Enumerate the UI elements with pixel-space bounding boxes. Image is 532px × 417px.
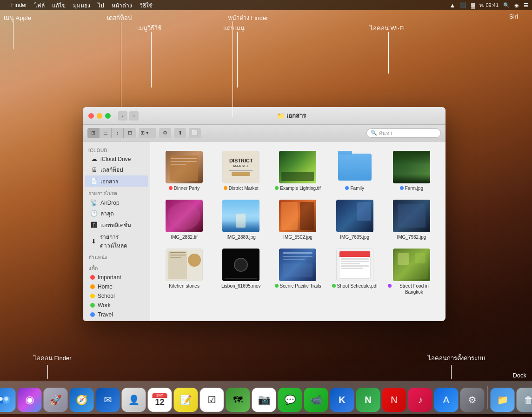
gear-icon[interactable]: ⚙ [159,128,171,138]
street-food-label: Street Food in Bangkok [393,283,435,295]
recents-icon: 🕐 [90,210,98,217]
dock-mail[interactable]: ✉ [96,388,120,412]
dock-safari[interactable]: 🧭 [70,388,94,412]
sidebar-tag-home[interactable]: Home [85,282,148,291]
work-label: Work [98,302,111,309]
tag-icon[interactable]: ⬜ [189,128,201,138]
notes-icon: 📝 [180,394,192,405]
documents-folder-icon: 📁 [497,394,508,405]
search-box[interactable]: 🔍 ค้นหา [366,128,441,138]
file-item-img2832[interactable]: IMG_2832.tif [158,198,211,242]
wifi-icon[interactable]: ▲ [449,2,455,9]
file-item-img7932[interactable]: IMG_7932.jpg [385,198,438,242]
dock-appstore[interactable]: A [434,388,459,412]
notification-icon[interactable]: ☰ [524,2,528,8]
sidebar-tag-school[interactable]: School [85,291,148,301]
sidebar-item-documents[interactable]: 📄 เอกสาร [85,175,148,187]
window-menu[interactable]: หน้าต่าง [112,1,132,10]
minimize-button[interactable] [97,113,102,119]
sidebar-tag-important[interactable]: Important [85,273,148,282]
dock-documents-folder[interactable]: 📁 [491,388,515,412]
menu-bar-right: ▲ ⬛ ▓ พ. 09:41 🔍 ◉ ☰ [449,1,528,9]
dock-trash[interactable]: 🗑 [517,388,532,412]
sidebar-tag-travel[interactable]: Travel [85,310,148,319]
file-item-family[interactable]: Family [328,149,381,193]
dock-photos[interactable]: 📷 [252,388,276,412]
dock-messages[interactable]: 💬 [278,388,302,412]
close-button[interactable] [88,113,94,119]
file-item-scenic[interactable]: Scenic Pacific Trails [271,247,324,297]
dock-reminders[interactable]: ☑ [200,388,224,412]
file-item-img5502[interactable]: IMG_5502.jpg [271,198,324,242]
battery-icon[interactable]: ▓ [471,2,475,8]
spotlight-icon[interactable]: 🔍 [503,2,510,8]
share-button[interactable]: ⬆ [174,128,186,138]
dock-contacts[interactable]: 👤 [122,388,146,412]
sidebar-item-icloud-drive[interactable]: ☁ iCloud Drive [85,154,148,164]
help-menu[interactable]: วิธีใช้ [140,1,153,10]
cover-view-button[interactable]: ⊟ [124,128,136,138]
dock-keynote[interactable]: K [330,388,354,412]
file-item-dinner-party[interactable]: Dinner Party [158,149,211,193]
dock-maps[interactable]: 🗺 [226,388,250,412]
forward-button[interactable]: › [129,111,139,121]
grid-view-button[interactable]: ⊞ [87,128,100,138]
dock-news[interactable]: N [382,388,406,412]
file-item-img2889[interactable]: IMG_2889.jpg [214,198,267,242]
applications-icon: 🅰 [90,222,98,229]
shoot-schedule-thumb [336,249,373,281]
back-button[interactable]: ‹ [118,111,127,121]
trash-icon: 🗑 [524,395,532,405]
maximize-button[interactable] [105,113,111,119]
file-item-district-market[interactable]: DISTRICT MARKET District Market [214,149,267,193]
go-menu[interactable]: ไป [98,1,104,10]
sidebar-item-desktop[interactable]: 🖥 เดสก์ท็อป [85,164,148,175]
dock-notes[interactable]: 📝 [174,388,198,412]
sidebar-item-applications[interactable]: 🅰 แอพพลิเคชั่น [85,219,148,231]
dock-finder[interactable] [0,388,16,412]
share-icon[interactable]: ⬆ [174,128,186,138]
dock-siri[interactable]: ◉ [18,388,42,412]
edit-tags-button[interactable]: ⬜ [189,128,201,138]
sidebar-item-downloads[interactable]: ⬇ รายการดาวน์โหลด [85,231,148,251]
file-item-farm[interactable]: Farm.jpg [385,149,438,193]
view-options-button[interactable]: ⊞ ▾ [139,128,156,138]
list-view-button[interactable]: ☰ [100,128,112,138]
file-item-example-lighting[interactable]: Example Lighting.tif [271,149,324,193]
facetime-icon: 📹 [310,394,322,405]
dock-system-preferences[interactable]: ⚙ [460,388,485,412]
file-menu[interactable]: ไฟล์ [34,1,45,10]
finder-content: iCloud ☁ iCloud Drive 🖥 เดสก์ท็อป 📄 เอกส… [83,141,446,321]
file-item-lisbon[interactable]: Lisbon_61695.mov [214,247,267,297]
finder-menu[interactable]: Finder [11,2,27,8]
school-label: School [98,293,115,299]
farm-dot [400,186,404,190]
view-menu[interactable]: มุมมอง [73,1,90,10]
dock-music[interactable]: ♪ [408,388,432,412]
safari-icon: 🧭 [76,394,87,405]
view-options-icon[interactable]: ⊞ ▾ [139,128,151,138]
column-view-button[interactable]: ⫾ [112,128,124,138]
file-item-img7635[interactable]: IMG_7635.jpg [328,198,381,242]
dock-facetime[interactable]: 📹 [304,388,328,412]
file-item-street-food[interactable]: Street Food in Bangkok [385,247,438,297]
finder-titlebar: ‹ › 📁 เอกสาร [83,107,446,125]
finder-toolbar: ⊞ ☰ ⫾ ⊟ ⊞ ▾ ⚙ ⬆ ⬜ 🔍 ค้นหา [83,125,446,141]
district-market-name-container: District Market [224,185,259,191]
example-lighting-thumb [279,151,316,183]
action-button[interactable]: ⚙ [159,128,171,138]
sidebar-item-recents[interactable]: 🕐 ล่าสุด [85,208,148,219]
dock-numbers[interactable]: N [356,388,380,412]
travel-label: Travel [98,311,113,318]
dock-calendar[interactable]: SAT 12 [148,388,172,412]
sidebar-item-airdrop[interactable]: 📡 AirDrop [85,198,148,208]
airdisplay-icon[interactable]: ⬛ [460,2,466,8]
file-item-shoot-schedule[interactable]: Shoot Schedule.pdf [328,247,381,297]
sidebar-tag-family[interactable]: Family [85,319,148,321]
dock-launchpad[interactable]: 🚀 [44,388,68,412]
nav-buttons: ‹ › [118,111,139,121]
siri-icon[interactable]: ◉ [514,2,519,8]
file-item-kitchen-stories[interactable]: Kitchen stories [158,247,211,297]
sidebar-tag-work[interactable]: Work [85,301,148,310]
edit-menu[interactable]: แก้ไข [52,1,66,10]
